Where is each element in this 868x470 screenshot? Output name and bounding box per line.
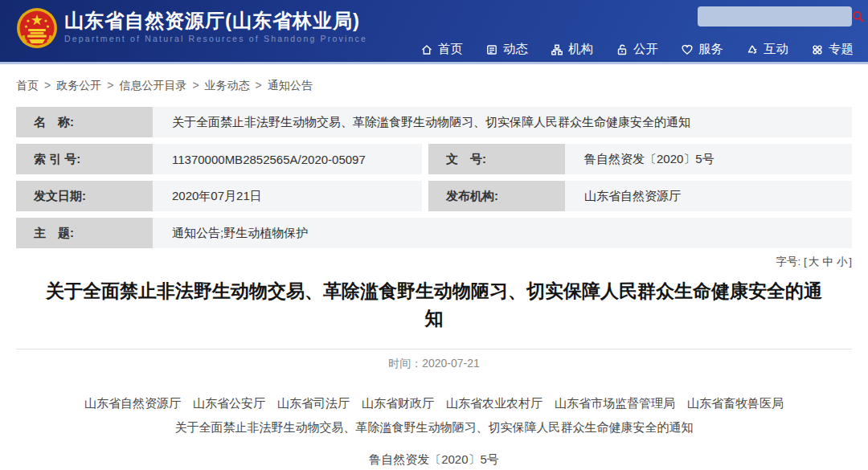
publisher-label: 发布机构:: [428, 181, 565, 211]
brand-text: 山东省自然资源厅(山东省林业局) Department of Natural R…: [64, 7, 367, 43]
search-button[interactable]: [852, 6, 868, 27]
doc-number-label: 文 号:: [428, 144, 565, 174]
breadcrumb-separator: >: [44, 79, 51, 92]
unlock-icon: [616, 43, 628, 56]
table-row: 名 称: 关于全面禁止非法野生动物交易、革除滥食野生动物陋习、切实保障人民群众生…: [16, 107, 852, 137]
document-info-table: 名 称: 关于全面禁止非法野生动物交易、革除滥食野生动物陋习、切实保障人民群众生…: [16, 107, 852, 248]
recycle-icon: [746, 43, 759, 56]
national-emblem-logo: [16, 7, 58, 49]
breadcrumb-separator: >: [192, 79, 199, 92]
doc-number-value: 鲁自然资发〔2020〕5号: [565, 144, 852, 174]
font-size-bar: 字号: [大中小]: [16, 255, 852, 269]
time-label: 时间：: [388, 357, 422, 370]
nav-label: 动态: [503, 41, 528, 58]
index-number-value: 11370000MB2852565A/2020-05097: [153, 144, 422, 174]
table-row: 主 题: 通知公告;野生动植物保护: [16, 218, 852, 248]
breadcrumb: 首页>政务公开>信息公开目录>业务动态>通知公告: [0, 64, 868, 107]
nav-item-home[interactable]: 首页: [420, 41, 463, 58]
site-header: 山东省自然资源厅(山东省林业局) Department of Natural R…: [0, 0, 868, 64]
breadcrumb-notices[interactable]: 通知公告: [268, 79, 313, 92]
grid-dots-icon: [811, 43, 824, 56]
publisher-value: 山东省自然资源厅: [565, 181, 852, 211]
font-size-small[interactable]: 小: [837, 255, 848, 268]
news-icon: [485, 43, 498, 56]
nav-item-interact[interactable]: 互动: [746, 41, 788, 58]
org-icon: [551, 43, 563, 56]
nav-label: 专题: [829, 41, 854, 58]
font-size-large[interactable]: 大: [809, 255, 820, 268]
cell-gap: [422, 181, 428, 211]
subject-line: 关于全面禁止非法野生动物交易、革除滥食野生动物陋习、切实保障人民群众生命健康安全…: [0, 415, 868, 439]
search-box: [698, 6, 852, 27]
issue-date-label: 发文日期:: [16, 181, 153, 211]
nav-item-news[interactable]: 动态: [485, 41, 528, 58]
article-body: 山东省自然资源厅 山东省公安厅 山东省司法厅 山东省财政厅 山东省农业农村厅 山…: [0, 391, 868, 439]
topic-label: 主 题:: [16, 218, 153, 248]
time-value: 2020-07-21: [422, 357, 480, 370]
site-subtitle: Department of Natural Resources of Shand…: [64, 34, 367, 43]
index-number-label: 索 引 号:: [16, 144, 153, 174]
nav-item-topics[interactable]: 专题: [811, 41, 854, 58]
breadcrumb-info-catalog[interactable]: 信息公开目录: [119, 79, 186, 92]
agencies-line: 山东省自然资源厅 山东省公安厅 山东省司法厅 山东省财政厅 山东省农业农村厅 山…: [0, 391, 868, 415]
nav-item-open[interactable]: 公开: [616, 41, 658, 58]
bracket-close: ]: [849, 255, 852, 268]
breadcrumb-business-news[interactable]: 业务动态: [205, 79, 250, 92]
nav-label: 机构: [568, 41, 593, 58]
nav-label: 公开: [633, 41, 658, 58]
cell-gap: [422, 144, 428, 174]
table-row: 发文日期: 2020年07月21日 发布机构: 山东省自然资源厅: [16, 181, 852, 211]
issue-date-value: 2020年07月21日: [153, 181, 422, 211]
font-size-label: 字号:: [776, 255, 800, 268]
breadcrumb-separator: >: [256, 79, 262, 92]
home-icon: [420, 43, 433, 56]
name-value: 关于全面禁止非法野生动物交易、革除滥食野生动物陋习、切实保障人民群众生命健康安全…: [153, 107, 852, 137]
topic-value: 通知公告;野生动植物保护: [153, 218, 852, 248]
font-size-medium[interactable]: 中: [822, 255, 833, 268]
breadcrumb-home[interactable]: 首页: [16, 79, 39, 92]
nav-label: 首页: [438, 41, 463, 58]
table-row: 索 引 号: 11370000MB2852565A/2020-05097 文 号…: [16, 144, 852, 174]
nav-label: 互动: [764, 41, 788, 58]
search-input[interactable]: [698, 6, 852, 27]
publish-time: 时间：2020-07-21: [0, 349, 868, 371]
main-nav: 首页 动态 机构 公开 服务: [420, 41, 854, 58]
site-title: 山东省自然资源厅(山东省林业局): [64, 10, 367, 31]
search-icon: [852, 10, 864, 22]
nav-item-service[interactable]: 服务: [681, 41, 723, 58]
breadcrumb-gov-open[interactable]: 政务公开: [56, 79, 101, 92]
nav-label: 服务: [698, 41, 723, 58]
name-label: 名 称:: [16, 107, 153, 137]
heart-icon: [681, 43, 694, 56]
article-title: 关于全面禁止非法野生动物交易、革除滥食野生动物陋习、切实保障人民群众生命健康安全…: [44, 277, 824, 332]
document-number-line: 鲁自然资发〔2020〕5号: [0, 452, 868, 468]
breadcrumb-separator: >: [107, 79, 113, 92]
nav-item-org[interactable]: 机构: [551, 41, 593, 58]
site-brand: 山东省自然资源厅(山东省林业局) Department of Natural R…: [16, 7, 367, 49]
bracket-open: [: [804, 255, 807, 268]
